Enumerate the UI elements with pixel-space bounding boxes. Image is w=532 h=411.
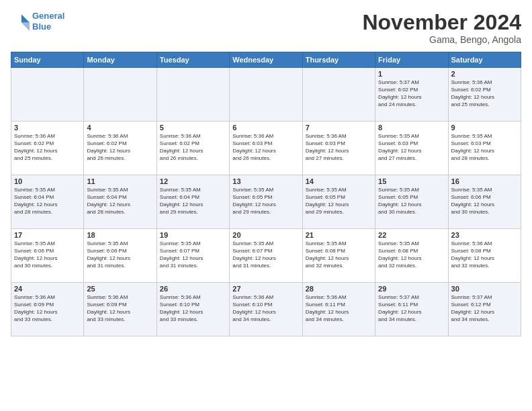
day-cell-26: 22Sunrise: 5:35 AM Sunset: 6:08 PM Dayli… [375,229,448,283]
day-cell-5: 1Sunrise: 5:37 AM Sunset: 6:02 PM Daylig… [375,68,448,122]
day-info: Sunrise: 5:35 AM Sunset: 6:05 PM Dayligh… [306,187,372,216]
day-cell-8: 4Sunrise: 5:36 AM Sunset: 6:02 PM Daylig… [84,122,157,175]
day-number: 22 [378,231,445,239]
week-row-5: 24Sunrise: 5:36 AM Sunset: 6:09 PM Dayli… [11,283,521,336]
day-number: 25 [87,285,153,293]
day-info: Sunrise: 5:35 AM Sunset: 6:03 PM Dayligh… [451,133,518,162]
day-info: Sunrise: 5:36 AM Sunset: 6:10 PM Dayligh… [160,294,226,323]
day-cell-29: 25Sunrise: 5:36 AM Sunset: 6:09 PM Dayli… [84,283,157,336]
weekday-header-wednesday: Wednesday [230,52,302,68]
day-info: Sunrise: 5:36 AM Sunset: 6:02 PM Dayligh… [87,133,153,162]
day-number: 24 [14,285,81,293]
day-number: 16 [451,177,518,185]
day-info: Sunrise: 5:36 AM Sunset: 6:02 PM Dayligh… [14,133,81,162]
day-cell-2 [157,68,229,122]
day-number: 7 [306,124,372,132]
day-cell-7: 3Sunrise: 5:36 AM Sunset: 6:02 PM Daylig… [11,122,84,175]
week-row-4: 17Sunrise: 5:35 AM Sunset: 6:06 PM Dayli… [11,229,521,283]
day-cell-18: 14Sunrise: 5:35 AM Sunset: 6:05 PM Dayli… [302,175,375,229]
day-info: Sunrise: 5:36 AM Sunset: 6:09 PM Dayligh… [87,294,153,323]
day-info: Sunrise: 5:35 AM Sunset: 6:04 PM Dayligh… [87,187,153,216]
day-info: Sunrise: 5:35 AM Sunset: 6:07 PM Dayligh… [232,240,299,269]
logo-icon [11,12,30,31]
day-cell-32: 28Sunrise: 5:36 AM Sunset: 6:11 PM Dayli… [302,283,375,336]
day-cell-4 [302,68,375,122]
day-cell-19: 15Sunrise: 5:35 AM Sunset: 6:05 PM Dayli… [375,175,448,229]
day-number: 4 [87,124,153,132]
day-number: 13 [232,177,299,185]
day-info: Sunrise: 5:37 AM Sunset: 6:12 PM Dayligh… [451,294,518,323]
day-cell-16: 12Sunrise: 5:35 AM Sunset: 6:04 PM Dayli… [157,175,229,229]
day-info: Sunrise: 5:35 AM Sunset: 6:06 PM Dayligh… [451,187,518,216]
day-number: 12 [160,177,226,185]
logo-text: General Blue [32,11,64,32]
day-info: Sunrise: 5:37 AM Sunset: 6:02 PM Dayligh… [378,79,445,108]
day-info: Sunrise: 5:35 AM Sunset: 6:05 PM Dayligh… [232,187,299,216]
day-info: Sunrise: 5:37 AM Sunset: 6:11 PM Dayligh… [378,294,445,323]
svg-rect-3 [11,12,21,31]
logo-line1: General [32,11,64,21]
day-number: 17 [14,231,81,239]
logo-line2: Blue [32,21,51,32]
day-info: Sunrise: 5:35 AM Sunset: 6:06 PM Dayligh… [14,240,81,269]
day-number: 9 [451,124,518,132]
day-info: Sunrise: 5:36 AM Sunset: 6:03 PM Dayligh… [306,133,372,162]
day-cell-24: 20Sunrise: 5:35 AM Sunset: 6:07 PM Dayli… [230,229,302,283]
day-info: Sunrise: 5:35 AM Sunset: 6:08 PM Dayligh… [378,240,445,269]
page: General Blue November 2024 Gama, Bengo, … [0,0,532,411]
day-number: 27 [232,285,299,293]
day-number: 19 [160,231,226,239]
day-info: Sunrise: 5:35 AM Sunset: 6:03 PM Dayligh… [378,133,445,162]
day-info: Sunrise: 5:35 AM Sunset: 6:07 PM Dayligh… [160,240,226,269]
day-number: 3 [14,124,81,132]
day-number: 15 [378,177,445,185]
day-number: 5 [160,124,226,132]
day-info: Sunrise: 5:35 AM Sunset: 6:06 PM Dayligh… [87,240,153,269]
day-number: 23 [451,231,518,239]
day-number: 8 [378,124,445,132]
calendar-body: 1Sunrise: 5:37 AM Sunset: 6:02 PM Daylig… [11,68,521,336]
day-cell-12: 8Sunrise: 5:35 AM Sunset: 6:03 PM Daylig… [375,122,448,175]
day-cell-3 [230,68,302,122]
day-cell-30: 26Sunrise: 5:36 AM Sunset: 6:10 PM Dayli… [157,283,229,336]
day-number: 26 [160,285,226,293]
day-cell-25: 21Sunrise: 5:35 AM Sunset: 6:08 PM Dayli… [302,229,375,283]
day-number: 1 [378,70,445,78]
week-row-1: 1Sunrise: 5:37 AM Sunset: 6:02 PM Daylig… [11,68,521,122]
day-info: Sunrise: 5:35 AM Sunset: 6:04 PM Dayligh… [160,187,226,216]
weekday-header-monday: Monday [84,52,157,68]
weekday-header-sunday: Sunday [11,52,84,68]
weekday-row: SundayMondayTuesdayWednesdayThursdayFrid… [11,52,521,68]
day-cell-1 [84,68,157,122]
day-cell-13: 9Sunrise: 5:35 AM Sunset: 6:03 PM Daylig… [448,122,521,175]
day-info: Sunrise: 5:36 AM Sunset: 6:02 PM Dayligh… [451,79,518,108]
day-info: Sunrise: 5:35 AM Sunset: 6:05 PM Dayligh… [378,187,445,216]
day-cell-22: 18Sunrise: 5:35 AM Sunset: 6:06 PM Dayli… [84,229,157,283]
day-info: Sunrise: 5:35 AM Sunset: 6:04 PM Dayligh… [14,187,81,216]
weekday-header-saturday: Saturday [448,52,521,68]
day-cell-6: 2Sunrise: 5:36 AM Sunset: 6:02 PM Daylig… [448,68,521,122]
day-cell-10: 6Sunrise: 5:36 AM Sunset: 6:03 PM Daylig… [230,122,302,175]
day-cell-9: 5Sunrise: 5:36 AM Sunset: 6:02 PM Daylig… [157,122,229,175]
calendar-header: SundayMondayTuesdayWednesdayThursdayFrid… [11,52,521,68]
header: General Blue November 2024 Gama, Bengo, … [11,11,521,45]
day-cell-33: 29Sunrise: 5:37 AM Sunset: 6:11 PM Dayli… [375,283,448,336]
day-cell-23: 19Sunrise: 5:35 AM Sunset: 6:07 PM Dayli… [157,229,229,283]
day-number: 18 [87,231,153,239]
weekday-header-tuesday: Tuesday [157,52,229,68]
day-info: Sunrise: 5:36 AM Sunset: 6:08 PM Dayligh… [451,240,518,269]
day-info: Sunrise: 5:36 AM Sunset: 6:03 PM Dayligh… [232,133,299,162]
weekday-header-thursday: Thursday [302,52,375,68]
day-number: 6 [232,124,299,132]
week-row-3: 10Sunrise: 5:35 AM Sunset: 6:04 PM Dayli… [11,175,521,229]
day-info: Sunrise: 5:35 AM Sunset: 6:08 PM Dayligh… [306,240,372,269]
day-info: Sunrise: 5:36 AM Sunset: 6:11 PM Dayligh… [306,294,372,323]
day-number: 20 [232,231,299,239]
sub-title: Gama, Bengo, Angola [362,34,521,45]
main-title: November 2024 [362,11,521,34]
day-number: 30 [451,285,518,293]
day-cell-31: 27Sunrise: 5:36 AM Sunset: 6:10 PM Dayli… [230,283,302,336]
calendar-table: SundayMondayTuesdayWednesdayThursdayFrid… [11,52,521,336]
day-cell-20: 16Sunrise: 5:35 AM Sunset: 6:06 PM Dayli… [448,175,521,229]
day-number: 2 [451,70,518,78]
